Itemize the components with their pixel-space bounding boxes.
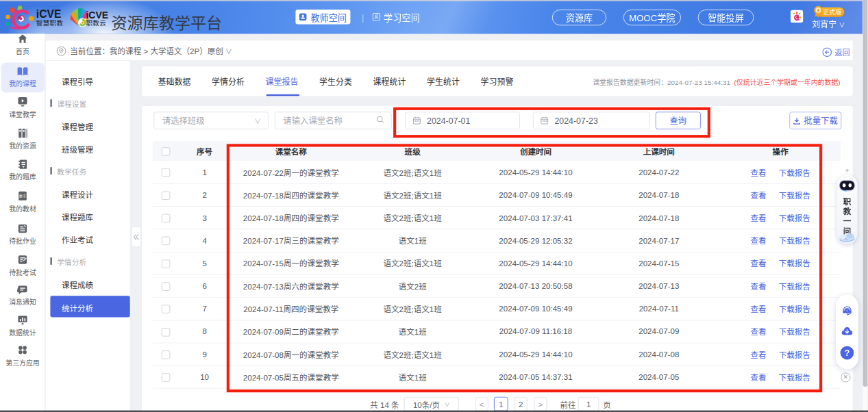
svg-text:智慧职教: 智慧职教 [36,19,64,27]
svg-text:职教云: 职教云 [86,19,106,27]
svg-text:iCVE: iCVE [36,8,62,20]
svg-text:数字: 数字 [19,194,26,198]
